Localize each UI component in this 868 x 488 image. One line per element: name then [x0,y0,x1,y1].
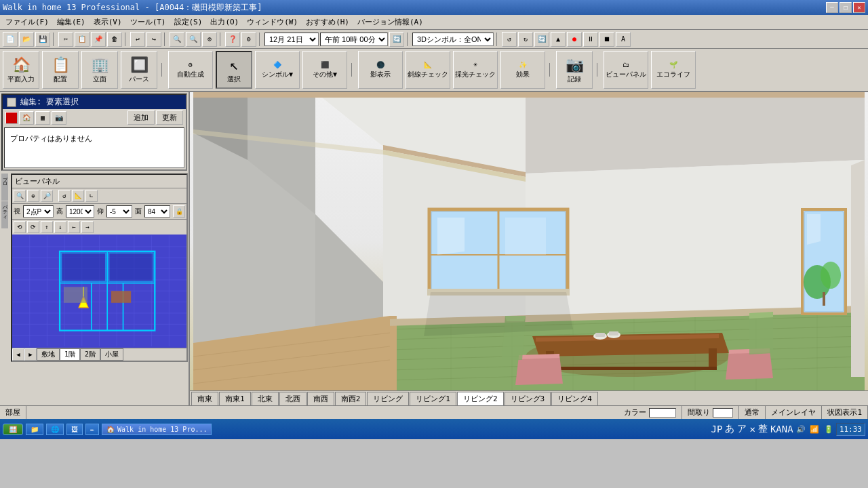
map-ctrl6[interactable]: → [81,221,94,233]
rotate-right-button[interactable]: ↻ [518,32,533,47]
date-combo[interactable]: 12月 21日 [264,33,319,46]
floor-tab-land[interactable]: 敷地 [37,348,60,361]
map-ctrl1[interactable]: ⟲ [14,221,26,233]
time-combo[interactable]: 午前 10時 00分 [320,33,388,46]
floor-tab-2f[interactable]: 2階 [80,348,100,361]
menu-output[interactable]: 出力(O) [206,16,243,28]
menu-settings[interactable]: 設定(S) [170,16,207,28]
open-button[interactable]: 📂 [19,32,34,47]
menu-version[interactable]: バージョン情報(A) [353,16,427,28]
menu-view[interactable]: 表示(V) [90,16,126,28]
close-button[interactable]: ✕ [853,2,865,13]
view-height-combo[interactable]: 1200 [66,205,94,218]
menu-window[interactable]: ウィンドウ(W) [243,16,302,28]
view-top-button[interactable]: ▲ [551,32,566,47]
update-button[interactable]: 更新 [156,110,183,125]
view-tab-nw[interactable]: 北西 [279,392,307,405]
help-button[interactable]: ❓ [225,32,240,47]
menu-recommend[interactable]: おすすめ(H) [302,16,353,28]
taskbar-explorer[interactable]: 📁 [26,424,43,435]
view3d-area[interactable]: 南東 南東1 北東 北西 南西 南西2 リビング リビング1 リビング2 リビン… [190,92,868,405]
floor-plan-button[interactable]: 🏠 平面入力 [3,51,39,89]
viewer-zoom-in[interactable]: 🔍 [14,190,26,202]
view-mode-combo[interactable]: 2点P [23,205,54,218]
floor-nav-right[interactable]: ▶ [24,348,37,361]
config-button[interactable]: ⚙ [241,32,256,47]
other-button[interactable]: ⬛ その他▼ [302,51,347,89]
delete-button[interactable]: 🗑 [107,32,122,47]
map-ctrl4[interactable]: ↓ [54,221,66,233]
view-tab-living3[interactable]: リビング3 [505,392,551,405]
map-ctrl3[interactable]: ↑ [41,221,53,233]
view-panel-button[interactable]: 🗂 ビューパネル [604,51,648,89]
rotate-left-button[interactable]: ↺ [502,32,517,47]
view-angle-combo[interactable]: -5 [106,205,132,218]
floor-tab-1f[interactable]: 1階 [60,348,80,361]
taskbar-walkin[interactable]: 🏠 Walk in home 13 Pro... [102,424,212,435]
view-tab-se1[interactable]: 南東1 [219,392,251,405]
view-face-combo[interactable]: 84 [144,205,170,218]
undo-button[interactable]: ↩ [130,32,145,47]
zoom-out-button[interactable]: 🔍 [186,32,201,47]
slope-check-button[interactable]: 📐 斜線チェック [406,51,450,89]
floor-tab-attic[interactable]: 小屋 [100,348,123,361]
taskbar-browser[interactable]: 🌐 [46,424,64,435]
menu-edit[interactable]: 編集(E) [53,16,90,28]
taskbar-photos[interactable]: 🖼 [66,424,83,435]
zoom-fit-button[interactable]: ⊕ [202,32,217,47]
menu-file[interactable]: ファイル(F) [1,16,53,28]
map-ctrl5[interactable]: ← [68,221,80,233]
new-button[interactable]: 📄 [3,32,18,47]
eco-life-button[interactable]: 🌱 エコライフ [651,51,696,89]
shadow-button[interactable]: 🌑 影表示 [358,51,403,89]
viewer-angle1[interactable]: 📐 [72,190,84,202]
elevation-button[interactable]: 🏢 立面 [81,51,118,89]
edit-tab-grid[interactable]: ▦ [35,111,50,125]
placement-button[interactable]: 📋 配置 [42,51,79,89]
record-tool-button[interactable]: 📷 記録 [556,51,593,89]
view3d-button[interactable]: 🔄 [534,32,549,47]
edit-tab-red[interactable] [5,112,18,124]
viewer-angle2[interactable]: ∟ [85,190,98,202]
taskbar-draw[interactable]: ✏ [85,424,99,435]
auto-generate-button[interactable]: ⚙ 自動生成 [168,51,213,89]
viewer-lock[interactable]: 🔒 [173,205,185,218]
view-tab-living4[interactable]: リビング4 [551,392,598,405]
viewer-mini-map[interactable] [12,235,186,348]
zoom-in-button[interactable]: 🔍 [170,32,184,47]
view-tab-ne[interactable]: 北東 [252,392,279,405]
restore-button[interactable]: □ [840,2,852,13]
perspective-button[interactable]: 🔲 パース [121,51,157,89]
symbol-button[interactable]: 🔷 シンボル▼ [255,51,300,89]
symbol-combo[interactable]: 3Dシンボル：全ON [412,33,494,46]
add-button[interactable]: 追加 [127,110,155,125]
paste-button[interactable]: 📌 [91,32,106,47]
viewer-zoom-out[interactable]: 🔎 [41,190,53,202]
menu-tools[interactable]: ツール(T) [126,16,170,28]
edit-tab-camera[interactable]: 📷 [52,111,66,125]
viewer-rotate[interactable]: ↺ [58,190,71,202]
view-tab-living[interactable]: リビング [367,392,409,405]
map-ctrl2[interactable]: ⟳ [27,221,39,233]
light-check-button[interactable]: ☀ 採光チェック [453,51,498,89]
floor-nav-left[interactable]: ◀ [12,348,24,361]
redo-button[interactable]: ↪ [146,32,161,47]
viewer-zoom-fit[interactable]: ⊕ [27,190,39,202]
text-button[interactable]: A [616,32,631,47]
view-tab-living2[interactable]: リビング2 [457,392,504,405]
copy-button[interactable]: 📋 [75,32,90,47]
view-tab-living1[interactable]: リビング1 [410,392,456,405]
edit-tab-house[interactable]: 🏠 [19,111,34,125]
record-button[interactable]: ● [567,32,582,47]
minimize-button[interactable]: ─ [826,2,838,13]
save-button[interactable]: 💾 [35,32,50,47]
cut-button[interactable]: ✂ [58,32,73,47]
effect-button[interactable]: ✨ 効果 [500,51,545,89]
view-tab-sw[interactable]: 南西 [307,392,334,405]
time-update-button[interactable]: 🔄 [389,32,404,47]
view-tab-se[interactable]: 南東 [191,392,218,405]
start-button[interactable]: 🪟 [3,424,23,435]
select-button[interactable]: ↖ 選択 [216,51,252,89]
view-tab-sw2[interactable]: 南西2 [335,392,367,405]
pause-button[interactable]: ⏸ [583,32,598,47]
